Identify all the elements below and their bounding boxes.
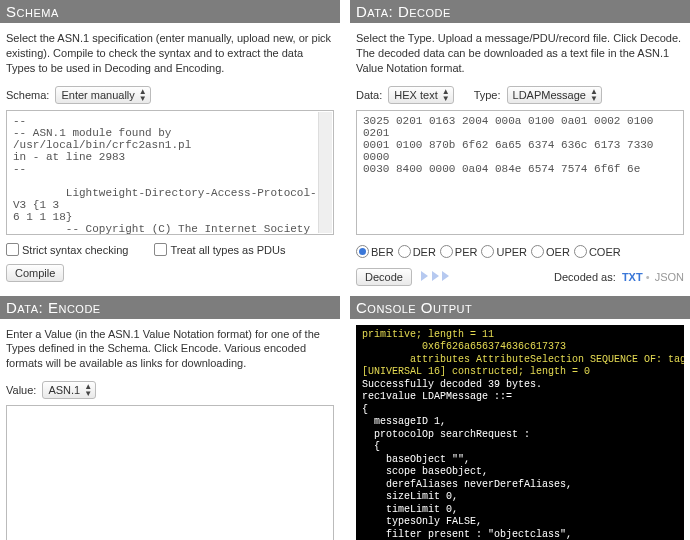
download-txt-link[interactable]: TXT — [622, 271, 643, 283]
encoding-radio-uper[interactable]: UPER — [481, 245, 527, 258]
decode-data-format-select[interactable]: HEX text ▲▼ — [388, 86, 453, 104]
radio-icon — [574, 245, 587, 258]
decode-data-label: Data: — [356, 89, 382, 101]
decode-title: Data: Decode — [350, 0, 690, 23]
encoding-radio-coer[interactable]: COER — [574, 245, 621, 258]
console-title: Console Output — [350, 296, 690, 319]
decode-button[interactable]: Decode — [356, 268, 412, 286]
radio-icon — [398, 245, 411, 258]
encoding-radio-per[interactable]: PER — [440, 245, 478, 258]
decode-instructions: Select the Type. Upload a message/PDU/re… — [350, 29, 690, 84]
download-json-link[interactable]: JSON — [655, 271, 684, 283]
console-panel: Console Output primitive; length = 11 0x… — [350, 296, 690, 540]
encode-value-label: Value: — [6, 384, 36, 396]
schema-instructions: Select the ASN.1 specification (enter ma… — [0, 29, 340, 84]
decode-type-select[interactable]: LDAPMessage ▲▼ — [507, 86, 602, 104]
radio-icon — [481, 245, 494, 258]
select-arrows-icon: ▲▼ — [139, 88, 147, 102]
schema-source-value: Enter manually — [61, 89, 134, 101]
decode-type-label: Type: — [474, 89, 501, 101]
schema-panel: Schema Select the ASN.1 specification (e… — [0, 0, 340, 296]
select-arrows-icon: ▲▼ — [442, 88, 450, 102]
encode-instructions: Enter a Value (in the ASN.1 Value Notati… — [0, 325, 340, 380]
decode-hex-textarea[interactable]: 3025 0201 0163 2004 000a 0100 0a01 0002 … — [356, 110, 684, 235]
encode-title: Data: Encode — [0, 296, 340, 319]
decoded-as-label: Decoded as: TXT • JSON — [554, 271, 684, 283]
decode-panel: Data: Decode Select the Type. Upload a m… — [350, 0, 690, 296]
encoding-radio-ber[interactable]: BER — [356, 245, 394, 258]
play-icon[interactable] — [432, 271, 439, 281]
encode-value-textarea[interactable] — [6, 405, 334, 540]
select-arrows-icon: ▲▼ — [84, 383, 92, 397]
treat-pdus-checkbox[interactable]: Treat all types as PDUs — [154, 243, 285, 256]
console-output: primitive; length = 11 0x6f626a656374636… — [356, 325, 684, 540]
schema-textarea[interactable]: -- -- ASN.1 module found by /usr/local/b… — [6, 110, 334, 235]
encoding-radio-der[interactable]: DER — [398, 245, 436, 258]
schema-title: Schema — [0, 0, 340, 23]
encoding-radio-oer[interactable]: OER — [531, 245, 570, 258]
schema-source-select[interactable]: Enter manually ▲▼ — [55, 86, 150, 104]
compile-button[interactable]: Compile — [6, 264, 64, 282]
encode-value-format-select[interactable]: ASN.1 ▲▼ — [42, 381, 96, 399]
encoding-radio-group: BERDERPERUPEROERCOER — [350, 241, 690, 268]
radio-icon — [356, 245, 369, 258]
schema-field-label: Schema: — [6, 89, 49, 101]
encode-panel: Data: Encode Enter a Value (in the ASN.1… — [0, 296, 340, 540]
strict-syntax-checkbox[interactable]: Strict syntax checking — [6, 243, 128, 256]
select-arrows-icon: ▲▼ — [590, 88, 598, 102]
radio-icon — [531, 245, 544, 258]
radio-icon — [440, 245, 453, 258]
step-icon[interactable] — [421, 271, 428, 281]
